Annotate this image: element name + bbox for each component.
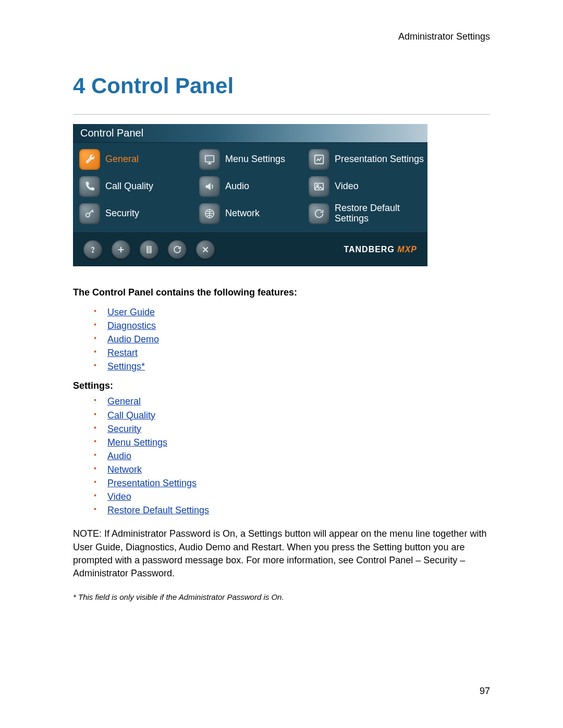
list-item: Diagnostics	[94, 319, 490, 332]
svg-point-6	[92, 252, 93, 253]
link-diagnostics[interactable]: Diagnostics	[107, 320, 156, 331]
monitor-icon	[199, 149, 220, 170]
list-item: Menu Settings	[94, 436, 490, 449]
link-security[interactable]: Security	[107, 424, 141, 434]
cp-item-restore[interactable]: Restore Default Settings	[308, 201, 433, 226]
list-item: Settings*	[94, 360, 490, 373]
list-item: Call Quality	[94, 409, 490, 422]
list-item: Restore Default Settings	[94, 503, 490, 517]
cp-item-video[interactable]: Video	[308, 174, 433, 199]
list-item: Restart	[94, 346, 490, 360]
brand-logo: TANDBERG MXP	[344, 245, 417, 254]
svg-rect-0	[205, 156, 214, 162]
cp-item-label: General	[105, 154, 139, 165]
cp-item-audio[interactable]: Audio	[198, 174, 308, 199]
features-list: User Guide Diagnostics Audio Demo Restar…	[73, 305, 490, 373]
control-panel-title: Control Panel	[73, 124, 427, 143]
cp-item-label: Call Quality	[105, 181, 153, 192]
cp-item-label: Menu Settings	[225, 154, 285, 165]
cp-item-presentation[interactable]: Presentation Settings	[308, 147, 433, 172]
control-panel-grid: General Menu Settings Presentation Setti…	[73, 143, 427, 232]
cp-item-call-quality[interactable]: Call Quality	[78, 174, 198, 199]
settings-list: General Call Quality Security Menu Setti…	[73, 394, 490, 517]
header-section: Administrator Settings	[73, 31, 490, 42]
section-title: 4 Control Panel	[73, 73, 490, 98]
key-icon	[79, 203, 100, 224]
picture-icon	[309, 176, 329, 197]
page-number: 97	[480, 686, 490, 697]
link-network[interactable]: Network	[107, 464, 142, 475]
list-item: General	[94, 394, 490, 408]
link-settings[interactable]: Settings*	[107, 361, 145, 372]
refresh-icon	[309, 203, 329, 224]
wrench-icon	[79, 149, 100, 170]
list-item: Security	[94, 422, 490, 436]
link-general[interactable]: General	[107, 396, 141, 406]
list-item: Video	[94, 490, 490, 503]
link-restart[interactable]: Restart	[107, 348, 138, 358]
svg-point-4	[86, 213, 90, 217]
note-paragraph: NOTE: If Administrator Password is On, a…	[73, 527, 490, 580]
control-panel-toolbar: TANDBERG MXP	[73, 232, 427, 266]
speaker-icon	[199, 176, 220, 197]
cp-item-menu-settings[interactable]: Menu Settings	[198, 147, 308, 172]
link-call-quality[interactable]: Call Quality	[107, 410, 155, 421]
list-item: Audio	[94, 449, 490, 463]
close-icon[interactable]	[196, 240, 215, 259]
cp-item-label: Network	[225, 208, 260, 219]
list-item: Audio Demo	[94, 332, 490, 346]
list-item: Presentation Settings	[94, 476, 490, 490]
link-audio-demo[interactable]: Audio Demo	[107, 334, 159, 344]
link-restore[interactable]: Restore Default Settings	[107, 505, 209, 515]
body-content: The Control Panel contains the following…	[73, 287, 490, 601]
footnote: * This field is only visible if the Admi…	[73, 593, 490, 601]
chart-icon	[309, 149, 329, 170]
list-item: User Guide	[94, 305, 490, 319]
cp-item-security[interactable]: Security	[78, 201, 198, 226]
cp-item-label: Security	[105, 208, 139, 219]
add-icon[interactable]	[112, 240, 130, 259]
cp-item-label: Presentation Settings	[335, 154, 424, 165]
link-menu-settings[interactable]: Menu Settings	[107, 437, 167, 448]
settings-label: Settings:	[73, 380, 490, 391]
control-panel-screenshot: Control Panel General Menu Settings Pres…	[73, 124, 427, 266]
link-presentation[interactable]: Presentation Settings	[107, 478, 197, 488]
cp-item-label: Video	[335, 181, 359, 192]
cp-item-general[interactable]: General	[78, 147, 198, 172]
reload-icon[interactable]	[168, 240, 187, 259]
web-icon	[199, 203, 220, 224]
list-item: Network	[94, 463, 490, 476]
help-icon[interactable]	[83, 240, 102, 259]
cp-item-network[interactable]: Network	[198, 201, 308, 226]
link-video[interactable]: Video	[107, 491, 131, 502]
film-icon[interactable]	[140, 240, 158, 259]
features-lead: The Control Panel contains the following…	[73, 287, 490, 298]
cp-item-label: Audio	[225, 181, 249, 192]
cp-item-label: Restore Default Settings	[335, 203, 432, 224]
divider	[73, 114, 490, 115]
link-audio[interactable]: Audio	[107, 451, 131, 461]
phone-icon	[79, 176, 100, 197]
link-user-guide[interactable]: User Guide	[107, 307, 155, 317]
